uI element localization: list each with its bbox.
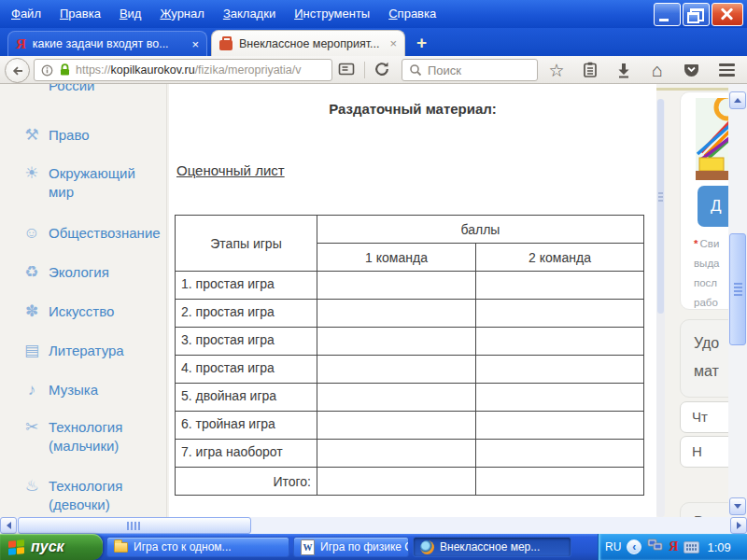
team1-score-cell: [317, 356, 476, 384]
back-arrow-icon: [10, 63, 25, 78]
menu-item[interactable]: Инструменты: [285, 3, 379, 24]
taskbar-button[interactable]: Внеклассное мер...: [413, 537, 571, 557]
tab-close-icon[interactable]: ×: [191, 38, 199, 50]
scroll-left-button[interactable]: [0, 517, 17, 534]
folder-icon: [114, 542, 128, 553]
tab-active[interactable]: Внеклассное мероприят... ×: [211, 30, 405, 56]
stage-column-header: Этапы игры: [176, 216, 317, 272]
new-tab-button[interactable]: +: [416, 33, 427, 53]
bookmark-star-icon[interactable]: ☆: [545, 59, 568, 81]
menu-bar: ФайлПравкаВидЖурналЗакладкиИнструментыСп…: [2, 3, 445, 24]
team2-score-cell: [476, 272, 644, 300]
score-table: Этапы игрыбаллы1 команда2 команда1. прос…: [175, 215, 644, 496]
sidebar-item[interactable]: ✂Технология (мальчики): [22, 418, 159, 455]
network-icon[interactable]: [647, 539, 663, 556]
start-button[interactable]: пуск: [0, 534, 103, 560]
stage-cell: 6. тройная игра: [176, 412, 317, 440]
back-button[interactable]: [5, 58, 30, 83]
close-button[interactable]: [712, 3, 743, 26]
horizontal-scrollbar-thumb[interactable]: [18, 517, 251, 534]
scroll-down-button[interactable]: [729, 497, 746, 515]
music-note-icon: ♪: [22, 381, 41, 399]
yandex-icon: Я: [16, 37, 26, 51]
system-tray: RU ‹ Я 1:09: [598, 534, 747, 560]
search-icon: [409, 63, 422, 77]
clock[interactable]: 1:09: [707, 540, 730, 554]
stage-cell: 2. простая игра: [176, 300, 317, 328]
menu-item[interactable]: Закладки: [214, 3, 285, 24]
menu-item[interactable]: Файл: [2, 3, 50, 24]
pocket-icon[interactable]: [680, 59, 702, 81]
tab-close-icon[interactable]: ×: [389, 37, 397, 49]
sidebar-item[interactable]: ▤Литература: [22, 342, 159, 360]
menu-item[interactable]: Журнал: [150, 3, 213, 24]
menu-item[interactable]: Вид: [110, 3, 151, 24]
word-doc-icon: W: [301, 539, 315, 555]
reader-mode-icon[interactable]: [338, 62, 355, 77]
tab-bar: Я какие задачи входят во... × Внеклассно…: [0, 28, 747, 56]
note-line: рабо: [694, 293, 719, 313]
hide-icons-chevron-icon[interactable]: ‹: [627, 539, 641, 554]
team2-score-cell: [476, 328, 644, 356]
tools-icon: ✂: [22, 418, 41, 436]
scroll-up-button[interactable]: [729, 91, 746, 109]
title-bar: ФайлПравкаВидЖурналЗакладкиИнструментыСп…: [0, 0, 747, 28]
recycle-icon: ♻: [22, 263, 41, 281]
menu-hamburger-icon[interactable]: [715, 59, 738, 81]
sidebar-item[interactable]: ♻Экология: [22, 263, 159, 282]
vertical-scrollbar-thumb[interactable]: [729, 233, 746, 345]
sidebar-divider: [166, 84, 167, 517]
taskbar-button[interactable]: WИгра по физике С...: [293, 537, 409, 557]
restore-button[interactable]: [683, 3, 710, 26]
sidebar-item[interactable]: ✽Искусство: [22, 302, 159, 321]
sidebar-item[interactable]: ⚒Право: [22, 126, 159, 145]
library-icon[interactable]: [579, 59, 601, 81]
site-info-icon[interactable]: [40, 63, 54, 77]
sidebar-item[interactable]: ♪Музыка: [22, 381, 159, 399]
required-marker: *: [694, 238, 698, 249]
reload-icon[interactable]: [374, 61, 390, 77]
team2-score-cell: [476, 356, 644, 384]
scroll-right-button[interactable]: [730, 517, 747, 534]
certificate-note: *Свивыдапослрабо: [694, 234, 719, 313]
menu-item[interactable]: Правка: [50, 3, 110, 24]
sidebar-item[interactable]: России: [49, 84, 185, 95]
menu-item[interactable]: Справка: [379, 3, 445, 24]
taskbar: пуск Игра сто к одном...WИгра по физике …: [0, 534, 747, 560]
note-line: *Сви: [694, 234, 719, 254]
sidebar-item[interactable]: ☺Обществознание: [22, 224, 159, 243]
window-controls: [654, 3, 743, 26]
content-scrollbar[interactable]: [656, 99, 665, 517]
language-indicator[interactable]: RU: [605, 540, 621, 553]
team1-total-cell: [317, 468, 476, 496]
firefox-window: ФайлПравкаВидЖурналЗакладкиИнструментыСп…: [0, 0, 747, 560]
punto-switcher-icon[interactable]: Я: [669, 539, 678, 554]
team1-score-cell: [317, 384, 476, 412]
sidebar-item-label: Искусство: [49, 302, 114, 321]
search-input[interactable]: Поиск: [402, 59, 538, 81]
sun-icon: ☀: [22, 164, 41, 182]
team1-score-cell: [317, 300, 476, 328]
stage-cell: 1. простая игра: [176, 272, 317, 300]
minimize-button[interactable]: [654, 3, 681, 26]
table-row: 6. тройная игра: [176, 412, 644, 440]
sidebar-item-label: Литература: [49, 342, 124, 360]
downloads-icon[interactable]: [613, 59, 635, 81]
content-scrollbar-thumb[interactable]: [657, 99, 664, 314]
article-content: Раздаточный материал: Оценочный лист Эта…: [169, 84, 656, 517]
keyboard-layout-icon[interactable]: [684, 541, 699, 553]
tab-inactive[interactable]: Я какие задачи входят во... ×: [7, 31, 207, 56]
sidebar-item[interactable]: ♨Технология (девочки): [22, 477, 159, 514]
sidebar-item-label: Технология (мальчики): [49, 418, 159, 455]
home-icon[interactable]: ⌂: [646, 59, 669, 81]
vertical-scrollbar[interactable]: [728, 84, 747, 517]
horizontal-scrollbar[interactable]: [0, 517, 747, 534]
sidebar-item-label: Музыка: [49, 381, 98, 399]
taskbar-button[interactable]: Игра сто к одном...: [106, 537, 289, 557]
team1-score-cell: [317, 412, 476, 440]
sidebar-item-label: Обществознание: [49, 224, 161, 243]
url-bar[interactable]: https://kopilkaurokov.ru/fizika/meropriy…: [34, 59, 332, 81]
sidebar-item-label: России: [49, 84, 94, 95]
sidebar-item[interactable]: ☀Окружающий мир: [22, 164, 159, 202]
https-lock-icon[interactable]: [59, 63, 71, 77]
